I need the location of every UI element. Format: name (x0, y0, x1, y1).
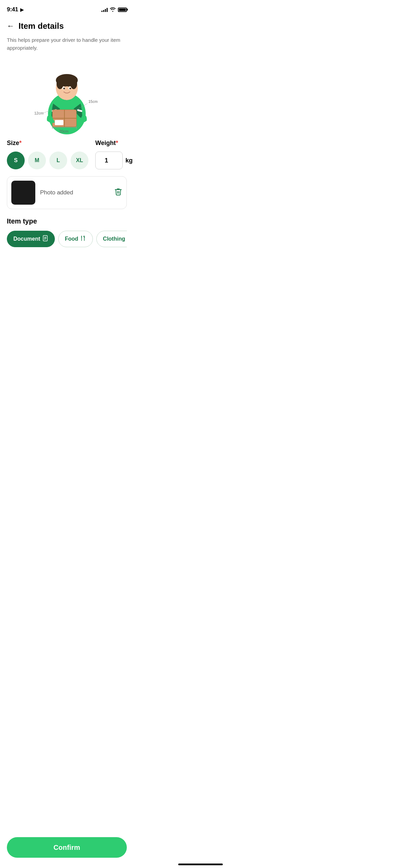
document-label: Document (13, 236, 40, 242)
item-type-section: Item type Document Food (0, 217, 134, 250)
page-title: Item details (19, 21, 64, 31)
svg-point-5 (57, 78, 63, 89)
item-type-title: Item type (7, 217, 127, 225)
weight-section: Weight* kg (95, 140, 133, 169)
document-icon (42, 235, 48, 243)
illustration-area: 15cm 12cm 20cm (0, 57, 134, 140)
item-type-document[interactable]: Document (7, 231, 55, 247)
food-icon (80, 235, 86, 243)
status-icons (101, 7, 127, 13)
item-type-food[interactable]: Food (58, 231, 93, 247)
svg-text:12cm: 12cm (34, 111, 44, 115)
battery-icon (118, 8, 127, 12)
weight-input[interactable] (95, 152, 123, 169)
back-button[interactable]: ← (7, 22, 14, 30)
delete-icon[interactable] (114, 188, 122, 198)
food-label: Food (65, 236, 78, 242)
wifi-icon (110, 7, 116, 13)
signal-icon (101, 7, 108, 12)
photo-label: Photo added (40, 189, 109, 196)
item-type-clothing[interactable]: Clothing (96, 231, 127, 247)
size-btn-m[interactable]: M (28, 152, 46, 169)
status-time: 9:41 (7, 6, 18, 13)
weight-label: Weight* (95, 140, 133, 147)
size-btn-s[interactable]: S (7, 152, 25, 169)
size-options: S M L XL (7, 152, 88, 169)
header: ← Item details (0, 17, 134, 34)
weight-unit: kg (125, 157, 133, 164)
svg-point-10 (70, 88, 71, 89)
photo-thumbnail (11, 181, 35, 205)
subtitle-text: This helps prepare your driver to handle… (0, 34, 134, 57)
size-btn-xl[interactable]: XL (71, 152, 88, 169)
courier-illustration: 15cm 12cm 20cm (33, 59, 101, 134)
size-label: Size* (7, 140, 88, 147)
weight-input-row: kg (95, 152, 133, 169)
size-btn-l[interactable]: L (49, 152, 67, 169)
size-section: Size* S M L XL (7, 140, 88, 169)
svg-rect-15 (55, 120, 63, 125)
item-type-options: Document Food (7, 231, 127, 250)
svg-text:15cm: 15cm (88, 99, 98, 104)
status-bar: 9:41 ▶ (0, 0, 134, 17)
size-weight-row: Size* S M L XL Weight* kg (0, 140, 134, 169)
svg-point-9 (63, 88, 65, 89)
location-arrow-icon: ▶ (20, 7, 24, 12)
photo-section: Photo added (7, 176, 127, 209)
svg-point-6 (70, 78, 77, 89)
svg-text:20cm: 20cm (59, 129, 69, 133)
clothing-label: Clothing (103, 236, 125, 242)
